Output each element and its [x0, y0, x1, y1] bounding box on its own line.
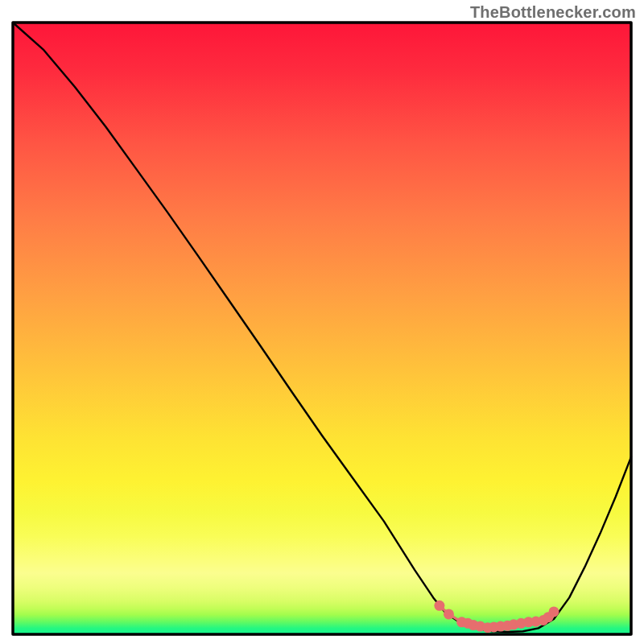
bottleneck-curve-chart: [0, 0, 644, 644]
chart-container: TheBottlenecker.com: [0, 0, 644, 644]
attribution-text: TheBottlenecker.com: [470, 3, 636, 22]
